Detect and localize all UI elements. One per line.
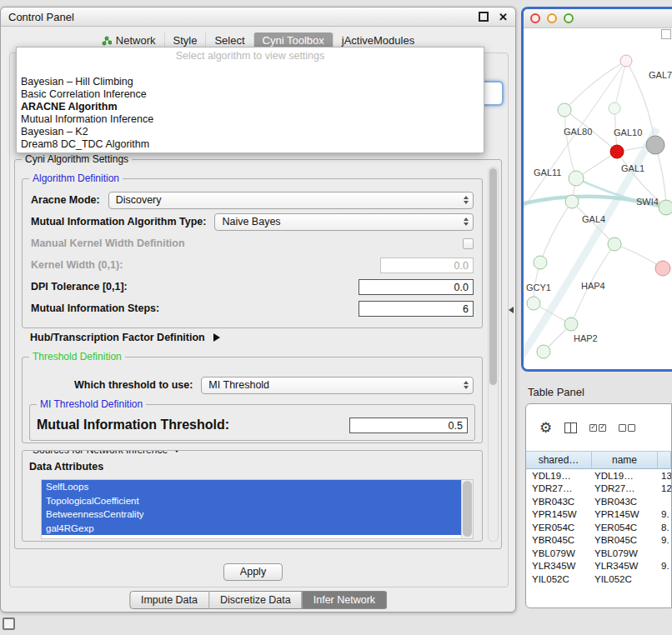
network-icon — [102, 36, 112, 46]
manual-kernel-checkbox[interactable] — [463, 238, 474, 249]
deselect-all-icon[interactable] — [619, 424, 635, 432]
network-node[interactable] — [610, 145, 624, 158]
table-row[interactable]: YDR27…YDR27…12 — [526, 482, 671, 496]
network-node[interactable] — [659, 200, 672, 215]
mi-steps-label: Mutual Information Steps: — [31, 302, 159, 314]
network-node[interactable] — [558, 103, 571, 117]
node-label: GAL1 — [621, 163, 644, 173]
table-row[interactable]: YIL052CYIL052C — [526, 572, 671, 586]
close-traffic-light-icon[interactable] — [530, 13, 540, 23]
table-cell: YER054C — [592, 522, 658, 532]
close-icon[interactable]: ✕ — [499, 12, 508, 22]
minimize-traffic-light-icon[interactable] — [547, 13, 557, 23]
mi-threshold-definition-group: MI Threshold Definition Mutual Informati… — [29, 404, 475, 441]
tab-infer-network[interactable]: Infer Network — [303, 591, 387, 609]
column-header-name[interactable]: name — [592, 452, 658, 468]
table-panel-window: ⚙ shared… name YDL19…YDL19…13YDR27…YDR27… — [525, 403, 672, 608]
table-row[interactable]: YER054CYER054C8. — [526, 521, 671, 534]
network-node[interactable] — [655, 261, 670, 276]
attribute-item-selected[interactable]: TopologicalCoefficient — [42, 494, 462, 508]
table-cell: YBL079W — [526, 548, 592, 558]
algorithm-option[interactable]: Bayesian – Hill Climbing — [17, 76, 484, 88]
node-label: GAL4 — [582, 214, 605, 224]
aracne-mode-label: Aracne Mode: — [31, 194, 100, 206]
network-node[interactable] — [537, 345, 550, 358]
table-row[interactable]: YPR145WYPR145W9. — [526, 508, 671, 522]
column-header-shared-name[interactable]: shared… — [526, 452, 592, 468]
dpi-tolerance-field[interactable]: 0.0 — [359, 279, 474, 295]
panel-splitter-collapse-icon[interactable] — [509, 307, 514, 313]
network-window-titlebar[interactable] — [524, 9, 672, 28]
mi-type-value: Naive Bayes — [222, 216, 280, 228]
float-window-icon[interactable] — [479, 12, 489, 22]
mi-threshold-label: Mutual Information Threshold: — [37, 418, 229, 432]
collapsed-arrow-icon — [213, 333, 220, 342]
network-edge — [614, 244, 663, 268]
table-cell: 9. — [658, 535, 671, 545]
table-row[interactable]: YBR045CYBR045C9. — [526, 534, 671, 548]
algorithm-option[interactable]: Dream8 DC_TDC Algorithm — [17, 138, 484, 151]
aracne-mode-combobox[interactable]: Discovery — [108, 192, 474, 209]
network-node[interactable] — [569, 171, 584, 186]
apply-button[interactable]: Apply — [223, 563, 283, 581]
tab-impute-data[interactable]: Impute Data — [129, 591, 209, 609]
network-node[interactable] — [527, 297, 540, 310]
tab-discretize-data[interactable]: Discretize Data — [209, 591, 303, 609]
settings-scrollbar[interactable] — [488, 167, 499, 542]
table-row[interactable]: YBL079WYBL079W — [526, 547, 671, 560]
network-node[interactable] — [608, 238, 621, 251]
mi-threshold-field[interactable]: 0.5 — [349, 418, 468, 433]
mi-steps-field[interactable]: 6 — [359, 301, 474, 317]
cyni-algorithm-settings-group: Cyni Algorithm Settings Algorithm Defini… — [14, 159, 502, 549]
aracne-mode-value: Discovery — [116, 194, 162, 206]
select-all-icon[interactable] — [589, 424, 606, 432]
scrollbar-thumb[interactable] — [463, 481, 472, 537]
algorithm-combobox-partial[interactable] — [483, 81, 504, 106]
mi-type-combobox[interactable]: Naive Bayes — [214, 213, 474, 231]
table-row[interactable]: YBR043CYBR043C — [526, 495, 671, 508]
network-node[interactable] — [534, 256, 547, 269]
algorithm-placeholder: Select algorithm to view settings — [17, 48, 484, 63]
which-threshold-value: MI Threshold — [208, 379, 269, 391]
threshold-definition-title: Threshold Definition — [29, 351, 125, 362]
kernel-width-field[interactable]: 0.0 — [380, 258, 474, 273]
network-view-window: GAL7GAL80GAL10GAL11GAL1SWI4GAL4GCY1HAP4H… — [521, 7, 672, 372]
sources-group: Sources for Network Inference Data Attri… — [22, 450, 483, 542]
attribute-item-selected[interactable]: BetweennessCentrality — [42, 508, 462, 522]
algorithm-option[interactable]: Bayesian – K2 — [17, 126, 484, 138]
network-graph[interactable]: GAL7GAL80GAL10GAL11GAL1SWI4GAL4GCY1HAP4H… — [524, 28, 672, 369]
table-row[interactable]: YLR345WYLR345W9. — [526, 560, 671, 573]
node-label: GAL11 — [534, 168, 561, 178]
algorithm-option[interactable]: Basic Correlation Inference — [17, 88, 484, 101]
column-header-clipped[interactable] — [658, 452, 671, 468]
algorithm-option-selected[interactable]: ARACNE Algorithm — [17, 101, 484, 113]
algorithm-option[interactable]: Mutual Information Inference — [17, 113, 484, 126]
sources-group-title[interactable]: Sources for Network Inference — [29, 450, 184, 456]
network-edge — [614, 61, 626, 108]
network-node[interactable] — [620, 55, 632, 67]
gear-icon[interactable]: ⚙ — [539, 421, 552, 435]
scrollbar-thumb[interactable] — [489, 168, 497, 385]
dpi-tolerance-label: DPI Tolerance [0,1]: — [31, 281, 128, 292]
table-cell: 8. — [658, 522, 671, 532]
mi-threshold-definition-title: MI Threshold Definition — [37, 398, 146, 410]
list-scrollbar[interactable] — [461, 480, 473, 538]
network-node[interactable] — [564, 318, 578, 331]
which-threshold-combobox[interactable]: MI Threshold — [201, 377, 474, 394]
hub-transcription-section-toggle[interactable]: Hub/Transcription Factor Definition — [30, 332, 220, 343]
network-node[interactable] — [646, 136, 664, 154]
mi-type-label: Mutual Information Algorithm Type: — [31, 216, 206, 228]
attribute-item-selected[interactable]: gal4RGexp — [42, 522, 462, 536]
attribute-item-selected[interactable]: SelfLoops — [42, 480, 462, 494]
minimized-panel-icon[interactable] — [3, 618, 15, 630]
network-canvas[interactable]: GAL7GAL80GAL10GAL11GAL1SWI4GAL4GCY1HAP4H… — [524, 28, 672, 369]
node-label: HAP2 — [574, 333, 598, 343]
network-node[interactable] — [565, 195, 579, 208]
table-row[interactable]: YDL19…YDL19…13 — [526, 469, 671, 482]
control-panel-titlebar[interactable]: Control Panel ✕ — [1, 8, 515, 27]
network-node[interactable] — [609, 102, 620, 114]
stepper-arrows-icon — [464, 378, 469, 393]
columns-icon[interactable] — [564, 422, 577, 433]
data-attributes-list[interactable]: SelfLoops TopologicalCoefficient Between… — [41, 479, 474, 539]
zoom-traffic-light-icon[interactable] — [564, 13, 574, 23]
